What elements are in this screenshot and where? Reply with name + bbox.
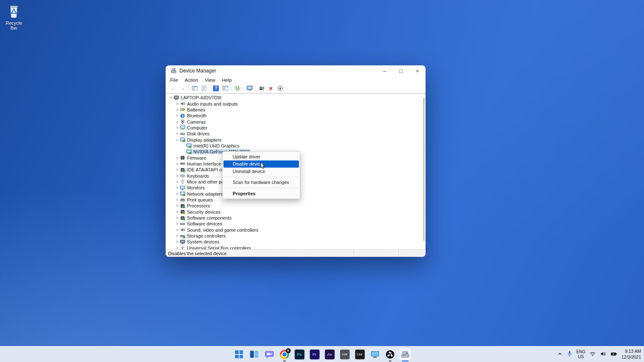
chevron-collapsed-icon[interactable]: > xyxy=(174,162,180,166)
uninstall-device-button[interactable]: × xyxy=(266,84,275,93)
chrome-button[interactable]: S xyxy=(279,349,290,360)
teams-chat-button[interactable] xyxy=(264,349,275,360)
menu-action[interactable]: Action xyxy=(182,78,202,83)
chevron-collapsed-icon[interactable]: > xyxy=(174,180,180,184)
chevron-expanded-icon[interactable]: > xyxy=(175,137,179,142)
tree-item-security-devices[interactable]: >Security devices xyxy=(166,209,426,215)
tree-item-label: Software components xyxy=(187,215,231,220)
tree-item-software-devices[interactable]: >Software devices xyxy=(166,221,426,227)
firmware-icon xyxy=(180,155,185,160)
tray-chevron-up-icon[interactable] xyxy=(557,351,563,358)
tree-item-label: System devices xyxy=(187,239,219,244)
maximize-button[interactable]: □ xyxy=(393,65,409,76)
chevron-collapsed-icon[interactable]: > xyxy=(174,216,180,220)
chevron-collapsed-icon[interactable]: > xyxy=(174,174,180,178)
tree-item-processors[interactable]: >Processors xyxy=(166,203,426,209)
tree-item-computer[interactable]: >Computer xyxy=(166,125,426,131)
forward-button[interactable]: → xyxy=(178,84,187,93)
tree-item-cameras[interactable]: >Cameras xyxy=(166,119,426,124)
photoshop-button[interactable]: Ps xyxy=(294,349,305,360)
scrollbar-thumb[interactable] xyxy=(423,98,424,240)
chevron-collapsed-icon[interactable]: > xyxy=(174,120,180,124)
volume-icon[interactable] xyxy=(600,351,606,358)
back-button[interactable]: ← xyxy=(169,84,178,93)
minimize-button[interactable]: – xyxy=(377,65,393,76)
menu-file[interactable]: File xyxy=(167,78,182,83)
chevron-collapsed-icon[interactable]: > xyxy=(174,132,180,136)
close-button[interactable]: × xyxy=(409,65,426,76)
task-view-button[interactable] xyxy=(249,349,260,360)
chevron-expanded-icon[interactable]: > xyxy=(169,95,173,101)
menu-view[interactable]: View xyxy=(202,78,219,83)
chevron-collapsed-icon[interactable]: > xyxy=(174,126,180,130)
disable-device-button[interactable] xyxy=(275,84,285,93)
chevron-collapsed-icon[interactable]: > xyxy=(174,198,180,202)
tree-item-display-adapters[interactable]: >Display adapters xyxy=(166,137,426,142)
device-manager-button[interactable] xyxy=(400,349,411,360)
toolbar-separator xyxy=(243,85,244,91)
chevron-collapsed-icon[interactable]: > xyxy=(174,240,180,244)
toolbar-separator xyxy=(231,85,231,91)
chevron-collapsed-icon[interactable]: > xyxy=(174,114,180,118)
properties-button[interactable] xyxy=(221,84,230,93)
tree-item-disk-drives[interactable]: >Disk drives xyxy=(166,131,426,137)
menu-help[interactable]: Help xyxy=(218,78,235,83)
chevron-collapsed-icon[interactable]: > xyxy=(174,156,180,160)
chevron-collapsed-icon[interactable]: > xyxy=(174,222,180,226)
statusbar-separator xyxy=(353,250,354,256)
update-driver-button[interactable] xyxy=(257,84,266,93)
chevron-collapsed-icon[interactable]: > xyxy=(174,204,180,208)
print-queue-icon xyxy=(180,198,185,202)
statusbar: Disables the selected device. xyxy=(166,249,426,257)
context-menu-item-scan-for-hardware-changes[interactable]: Scan for hardware changes xyxy=(223,179,300,186)
taskbar: SPsPrAeLiveLive ENGUS 9:13 AM 12/3/2021 xyxy=(0,346,644,362)
tree-item-audio-inputs-and-outputs[interactable]: >Audio inputs and outputs xyxy=(166,101,426,106)
tree-item-label: Audio inputs and outputs xyxy=(187,101,238,106)
tree-item-software-components[interactable]: >Software components xyxy=(166,215,426,221)
battery-charging-icon[interactable] xyxy=(610,351,617,358)
chevron-collapsed-icon[interactable]: > xyxy=(174,234,180,238)
scan-for-hardware-changes-button[interactable] xyxy=(233,84,242,93)
tree-item-storage-controllers[interactable]: >Storage controllers xyxy=(166,233,426,239)
microphone-icon[interactable] xyxy=(567,351,572,358)
tree-item-sound-video-and-game-controllers[interactable]: >Sound, video and game controllers xyxy=(166,227,426,233)
remote-computer-button[interactable] xyxy=(245,84,254,93)
help-button[interactable]: ? xyxy=(211,84,221,93)
titlebar[interactable]: Device Manager – □ × xyxy=(166,65,426,76)
ableton-live-2-button[interactable]: Live xyxy=(354,349,366,360)
after-effects-button[interactable]: Ae xyxy=(324,349,335,360)
chevron-collapsed-icon[interactable]: > xyxy=(174,108,180,112)
context-menu-item-properties[interactable]: Properties xyxy=(223,190,300,197)
disk-drive-icon xyxy=(180,132,185,136)
show-console-tree-button[interactable] xyxy=(190,84,199,93)
sound-controller-icon xyxy=(180,228,185,232)
toolbar: ←→?× xyxy=(166,83,426,93)
export-list-button[interactable] xyxy=(199,84,208,93)
chevron-collapsed-icon[interactable]: > xyxy=(174,228,180,232)
tree-scrollbar[interactable] xyxy=(423,95,425,248)
tree-item-intel-r-uhd-graphics[interactable]: Intel(R) UHD Graphics xyxy=(166,143,426,149)
obs-studio-button[interactable] xyxy=(384,349,396,360)
recycle-bin-shortcut[interactable]: Recycle Bin xyxy=(2,3,26,31)
chevron-collapsed-icon[interactable]: > xyxy=(174,210,180,214)
chevron-collapsed-icon[interactable]: > xyxy=(174,186,180,190)
context-menu-item-update-driver[interactable]: Update driver xyxy=(223,153,300,160)
language-indicator[interactable]: ENGUS xyxy=(576,349,586,359)
ableton-live-button[interactable]: Live xyxy=(339,349,351,360)
wifi-icon[interactable] xyxy=(589,351,596,358)
chevron-collapsed-icon[interactable]: > xyxy=(174,102,180,106)
clock[interactable]: 9:13 AM 12/3/2021 xyxy=(621,349,641,359)
display-app-button[interactable] xyxy=(369,349,381,360)
tree-item-laptop-4jdv7d9i[interactable]: >LAPTOP-4JDV7D9I xyxy=(166,95,426,101)
chevron-collapsed-icon[interactable]: > xyxy=(174,192,180,196)
tree-item-label: Print queues xyxy=(187,197,213,202)
tree-item-batteries[interactable]: >Batteries xyxy=(166,107,426,113)
start-button[interactable] xyxy=(234,349,245,360)
tree-item-bluetooth[interactable]: >Bluetooth xyxy=(166,113,426,119)
ide-controller-icon xyxy=(180,168,185,172)
tree-item-system-devices[interactable]: >System devices xyxy=(166,239,426,245)
premiere-button[interactable]: Pr xyxy=(309,349,320,360)
chevron-collapsed-icon[interactable]: > xyxy=(174,168,180,172)
tree-item-label: Processors xyxy=(187,203,210,208)
tree-item-label: Bluetooth xyxy=(187,113,206,118)
